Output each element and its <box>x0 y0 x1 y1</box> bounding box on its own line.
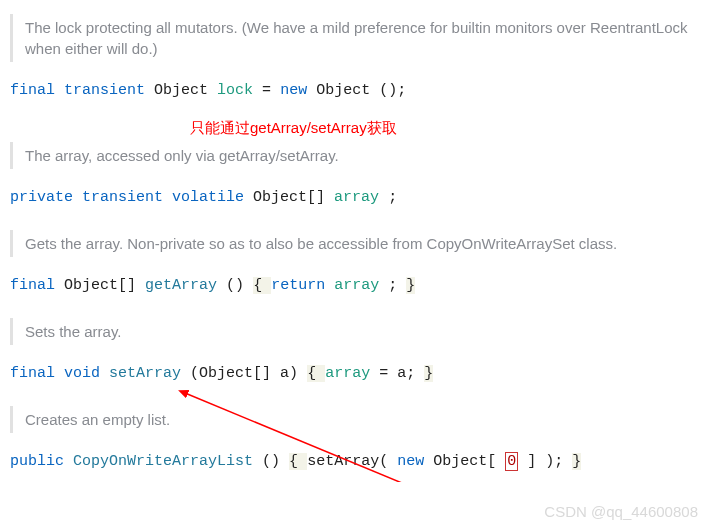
zero-highlight: 0 <box>505 452 518 471</box>
params: (Object[] a) <box>190 365 298 382</box>
annotation-red-text: 只能通过getArray/setArray获取 <box>190 117 696 138</box>
brace-close3: } <box>572 453 581 470</box>
code-array-field: private transient volatile Object[] arra… <box>10 187 696 208</box>
code-ctor: public CopyOnWriteArrayList () { setArra… <box>10 451 696 472</box>
comment-array: The array, accessed only via getArray/se… <box>10 142 696 169</box>
brace-open2: { <box>307 365 325 382</box>
keyword-public: public <box>10 453 64 470</box>
method-setarray: setArray <box>109 365 181 382</box>
ident-array: array <box>334 189 379 206</box>
method-getarray: getArray <box>145 277 217 294</box>
brace-open: { <box>253 277 271 294</box>
ret-type: Object[] <box>64 277 136 294</box>
type-object: Object <box>154 82 208 99</box>
brace-close: } <box>406 277 415 294</box>
keyword-new2: new <box>397 453 424 470</box>
comment-getarray: Gets the array. Non-private so as to als… <box>10 230 696 257</box>
code-lock-field: final transient Object lock = new Object… <box>10 80 696 101</box>
ident-array-assign: array <box>325 365 370 382</box>
ctor-name: CopyOnWriteArrayList <box>73 453 253 470</box>
ident-array-ret: array <box>334 277 379 294</box>
keyword-final2: final <box>10 365 55 382</box>
brace-close2: } <box>424 365 433 382</box>
keyword-void: void <box>64 365 100 382</box>
params: () <box>262 453 280 470</box>
keyword-final-transient: final transient <box>10 82 145 99</box>
comment-ctor: Creates an empty list. <box>10 406 696 433</box>
tail-paren: ); <box>545 453 572 470</box>
arr-type: Object[ <box>433 453 496 470</box>
type-object-arr: Object[] <box>253 189 325 206</box>
keyword-priv-trans-vol: private transient volatile <box>10 189 244 206</box>
semi: ; <box>388 189 397 206</box>
tail-bracket: ] <box>527 453 536 470</box>
code-setarray: final void setArray (Object[] a) { array… <box>10 363 696 384</box>
equals: = <box>262 82 280 99</box>
call-setarray: setArray( <box>307 453 388 470</box>
brace-open3: { <box>289 453 307 470</box>
tail: (); <box>379 82 406 99</box>
keyword-return: return <box>271 277 325 294</box>
keyword-new: new <box>280 82 307 99</box>
comment-setarray: Sets the array. <box>10 318 696 345</box>
keyword-final: final <box>10 277 55 294</box>
semi: ; <box>388 277 406 294</box>
code-getarray: final Object[] getArray () { return arra… <box>10 275 696 296</box>
assign-a: = a; <box>379 365 424 382</box>
ctor-object: Object <box>316 82 370 99</box>
comment-lock: The lock protecting all mutators. (We ha… <box>10 14 696 62</box>
ident-lock: lock <box>217 82 253 99</box>
params: () <box>226 277 244 294</box>
